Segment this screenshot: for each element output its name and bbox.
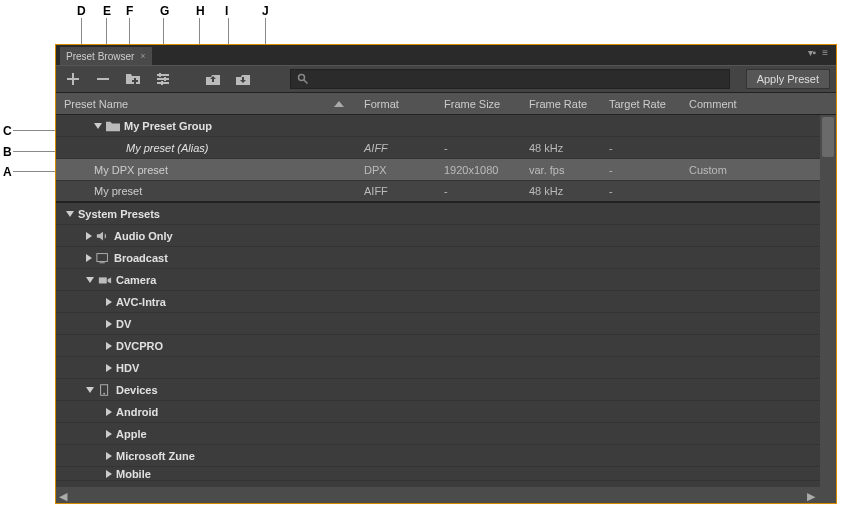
chevron-right-icon[interactable] xyxy=(106,452,112,460)
tab-title: Preset Browser xyxy=(66,51,134,62)
callout-H: H xyxy=(196,4,205,18)
row-apple[interactable]: Apple xyxy=(56,423,820,445)
category-label: Microsoft Zune xyxy=(116,450,195,462)
category-label: Camera xyxy=(116,274,156,286)
folder-icon xyxy=(106,120,120,132)
export-icon xyxy=(235,71,251,87)
preset-browser-panel: Preset Browser × ▾▪ ≡ xyxy=(55,44,837,504)
column-frame-size[interactable]: Frame Size xyxy=(436,98,521,110)
row-broadcast[interactable]: Broadcast xyxy=(56,247,820,269)
callout-J: J xyxy=(262,4,269,18)
column-preset-name[interactable]: Preset Name xyxy=(56,98,356,110)
new-preset-button[interactable] xyxy=(62,69,84,89)
chevron-right-icon[interactable] xyxy=(86,254,92,262)
panel-menu-icon[interactable]: ≡ xyxy=(822,47,828,58)
row-devices[interactable]: Devices xyxy=(56,379,820,401)
sliders-icon xyxy=(155,71,171,87)
chevron-right-icon[interactable] xyxy=(86,232,92,240)
column-comment[interactable]: Comment xyxy=(681,98,771,110)
chevron-down-icon[interactable] xyxy=(86,277,94,283)
category-label: Devices xyxy=(116,384,158,396)
category-label: Broadcast xyxy=(114,252,168,264)
chevron-right-icon[interactable] xyxy=(106,408,112,416)
row-camera[interactable]: Camera xyxy=(56,269,820,291)
horizontal-scrollbar[interactable]: ◀ ▶ xyxy=(56,487,820,503)
callout-A: A xyxy=(3,165,12,179)
cell-frame-rate: var. fps xyxy=(521,164,601,176)
scroll-left-icon[interactable]: ◀ xyxy=(59,490,69,500)
row-my-preset[interactable]: My preset AIFF - 48 kHz - xyxy=(56,181,820,203)
export-preset-button[interactable] xyxy=(232,69,254,89)
row-my-preset-group[interactable]: My Preset Group xyxy=(56,115,820,137)
preset-label: My preset (Alias) xyxy=(126,142,209,154)
row-audio-only[interactable]: Audio Only xyxy=(56,225,820,247)
chevron-right-icon[interactable] xyxy=(106,430,112,438)
folder-plus-icon xyxy=(125,71,141,87)
panel-expand-icon[interactable]: ▾▪ xyxy=(808,47,817,58)
scrollbar-thumb[interactable] xyxy=(822,117,834,157)
tab-preset-browser[interactable]: Preset Browser × xyxy=(60,47,152,65)
close-icon[interactable]: × xyxy=(140,51,145,61)
category-label: Android xyxy=(116,406,158,418)
row-microsoft-zune[interactable]: Microsoft Zune xyxy=(56,445,820,467)
apply-preset-button[interactable]: Apply Preset xyxy=(746,69,830,89)
row-hdv[interactable]: HDV xyxy=(56,357,820,379)
row-system-presets[interactable]: System Presets xyxy=(56,203,820,225)
preset-settings-button[interactable] xyxy=(152,69,174,89)
row-my-preset-alias[interactable]: My preset (Alias) AIFF - 48 kHz - xyxy=(56,137,820,159)
vertical-scrollbar[interactable] xyxy=(820,115,836,487)
minus-icon xyxy=(95,71,111,87)
callout-I: I xyxy=(225,4,228,18)
column-format[interactable]: Format xyxy=(356,98,436,110)
search-icon xyxy=(297,73,309,85)
row-dv[interactable]: DV xyxy=(56,313,820,335)
row-my-dpx-preset[interactable]: My DPX preset DPX 1920x1080 var. fps - C… xyxy=(56,159,820,181)
cell-target-rate: - xyxy=(601,164,681,176)
row-avc-intra[interactable]: AVC-Intra xyxy=(56,291,820,313)
group-label: My Preset Group xyxy=(124,120,212,132)
chevron-right-icon[interactable] xyxy=(106,364,112,372)
column-headers: Preset Name Format Frame Size Frame Rate… xyxy=(56,93,836,115)
chevron-right-icon[interactable] xyxy=(106,342,112,350)
category-label: DV xyxy=(116,318,131,330)
svg-rect-4 xyxy=(159,73,161,77)
cell-format: AIFF xyxy=(356,185,436,197)
callout-E: E xyxy=(103,4,111,18)
search-input[interactable] xyxy=(313,73,723,85)
chevron-right-icon[interactable] xyxy=(106,298,112,306)
category-label: Mobile xyxy=(116,468,151,480)
import-preset-button[interactable] xyxy=(202,69,224,89)
row-mobile[interactable]: Mobile xyxy=(56,467,820,481)
chevron-down-icon[interactable] xyxy=(94,123,102,129)
sort-ascending-icon xyxy=(334,101,344,107)
preset-label: My preset xyxy=(94,185,142,197)
row-dvcpro[interactable]: DVCPRO xyxy=(56,335,820,357)
svg-point-13 xyxy=(103,392,105,394)
svg-point-7 xyxy=(299,75,305,81)
column-target-rate[interactable]: Target Rate xyxy=(601,98,681,110)
import-icon xyxy=(205,71,221,87)
cell-target-rate: - xyxy=(601,185,681,197)
category-label: Audio Only xyxy=(114,230,173,242)
chevron-right-icon[interactable] xyxy=(106,320,112,328)
chevron-down-icon[interactable] xyxy=(66,211,74,217)
row-android[interactable]: Android xyxy=(56,401,820,423)
column-label: Preset Name xyxy=(64,98,128,110)
delete-preset-button[interactable] xyxy=(92,69,114,89)
svg-rect-11 xyxy=(99,277,107,283)
preset-tree-area: My Preset Group My preset (Alias) AIFF -… xyxy=(56,115,836,503)
cell-format: DPX xyxy=(356,164,436,176)
toolbar: Apply Preset xyxy=(56,65,836,93)
svg-rect-1 xyxy=(157,74,169,76)
search-field[interactable] xyxy=(290,69,730,89)
cell-frame-size: - xyxy=(436,142,521,154)
cell-frame-size: 1920x1080 xyxy=(436,164,521,176)
scroll-right-icon[interactable]: ▶ xyxy=(807,490,817,500)
column-frame-rate[interactable]: Frame Rate xyxy=(521,98,601,110)
cell-format: AIFF xyxy=(356,142,436,154)
chevron-right-icon[interactable] xyxy=(106,470,112,478)
plus-icon xyxy=(65,71,81,87)
new-group-button[interactable] xyxy=(122,69,144,89)
chevron-down-icon[interactable] xyxy=(86,387,94,393)
camera-icon xyxy=(98,274,112,286)
